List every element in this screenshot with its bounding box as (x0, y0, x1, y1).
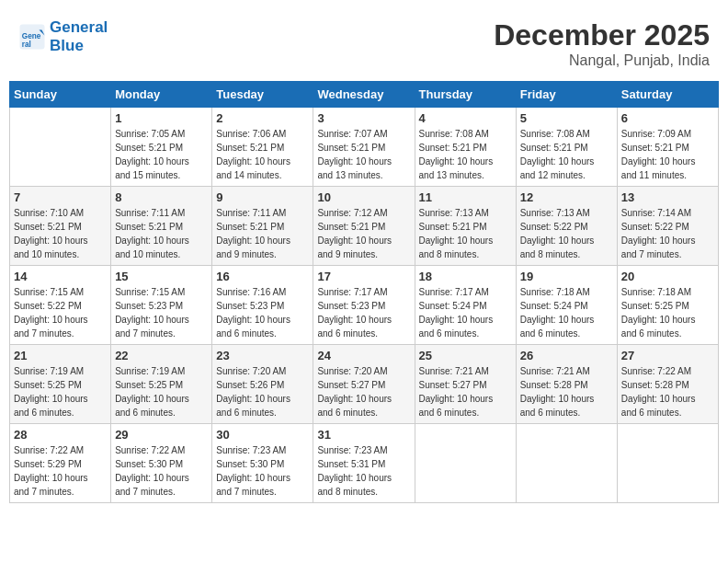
calendar-cell: 5Sunrise: 7:08 AMSunset: 5:21 PMDaylight… (516, 108, 617, 187)
day-info: Sunrise: 7:15 AMSunset: 5:23 PMDaylight:… (115, 285, 208, 340)
calendar-cell: 4Sunrise: 7:08 AMSunset: 5:21 PMDaylight… (415, 108, 516, 187)
page-header: Gene ral General Blue December 2025 Nang… (9, 9, 719, 74)
day-number: 12 (520, 190, 613, 204)
calendar-week-1: 7Sunrise: 7:10 AMSunset: 5:21 PMDaylight… (10, 187, 719, 266)
day-number: 14 (14, 270, 107, 283)
day-info: Sunrise: 7:05 AMSunset: 5:21 PMDaylight:… (115, 127, 208, 182)
calendar-body: 1Sunrise: 7:05 AMSunset: 5:21 PMDaylight… (10, 108, 719, 503)
calendar-week-0: 1Sunrise: 7:05 AMSunset: 5:21 PMDaylight… (10, 108, 719, 187)
day-number: 9 (216, 190, 309, 204)
day-info: Sunrise: 7:23 AMSunset: 5:30 PMDaylight:… (216, 443, 309, 499)
svg-text:Gene: Gene (22, 32, 41, 40)
calendar-cell: 25Sunrise: 7:21 AMSunset: 5:27 PMDayligh… (415, 345, 516, 424)
calendar-cell: 8Sunrise: 7:11 AMSunset: 5:21 PMDaylight… (111, 187, 212, 266)
calendar-table: SundayMondayTuesdayWednesdayThursdayFrid… (9, 81, 719, 503)
calendar-week-4: 28Sunrise: 7:22 AMSunset: 5:29 PMDayligh… (10, 424, 719, 503)
calendar-cell (516, 424, 617, 503)
weekday-header-friday: Friday (516, 82, 617, 108)
day-info: Sunrise: 7:11 AMSunset: 5:21 PMDaylight:… (216, 206, 309, 261)
weekday-header-monday: Monday (111, 82, 212, 108)
calendar-cell: 11Sunrise: 7:13 AMSunset: 5:21 PMDayligh… (415, 187, 516, 266)
day-number: 15 (115, 270, 208, 283)
day-number: 8 (115, 190, 208, 204)
day-number: 27 (621, 349, 714, 362)
calendar-cell (10, 108, 111, 187)
day-info: Sunrise: 7:20 AMSunset: 5:26 PMDaylight:… (216, 364, 309, 419)
day-number: 31 (317, 428, 410, 442)
day-number: 13 (621, 190, 714, 204)
calendar-week-3: 21Sunrise: 7:19 AMSunset: 5:25 PMDayligh… (10, 345, 719, 424)
day-number: 20 (621, 270, 714, 283)
calendar-cell: 3Sunrise: 7:07 AMSunset: 5:21 PMDaylight… (313, 108, 415, 187)
day-info: Sunrise: 7:13 AMSunset: 5:21 PMDaylight:… (419, 206, 512, 261)
calendar-cell: 2Sunrise: 7:06 AMSunset: 5:21 PMDaylight… (212, 108, 313, 187)
day-number: 4 (419, 111, 512, 125)
day-info: Sunrise: 7:17 AMSunset: 5:24 PMDaylight:… (419, 285, 512, 340)
day-info: Sunrise: 7:12 AMSunset: 5:21 PMDaylight:… (317, 206, 410, 261)
calendar-cell: 23Sunrise: 7:20 AMSunset: 5:26 PMDayligh… (212, 345, 313, 424)
day-info: Sunrise: 7:06 AMSunset: 5:21 PMDaylight:… (216, 127, 309, 182)
calendar-cell: 19Sunrise: 7:18 AMSunset: 5:24 PMDayligh… (516, 266, 617, 345)
calendar-cell: 17Sunrise: 7:17 AMSunset: 5:23 PMDayligh… (313, 266, 415, 345)
day-info: Sunrise: 7:21 AMSunset: 5:28 PMDaylight:… (520, 364, 613, 419)
calendar-cell: 20Sunrise: 7:18 AMSunset: 5:25 PMDayligh… (617, 266, 718, 345)
day-info: Sunrise: 7:16 AMSunset: 5:23 PMDaylight:… (216, 285, 309, 340)
calendar-cell: 9Sunrise: 7:11 AMSunset: 5:21 PMDaylight… (212, 187, 313, 266)
calendar-week-2: 14Sunrise: 7:15 AMSunset: 5:22 PMDayligh… (10, 266, 719, 345)
day-info: Sunrise: 7:23 AMSunset: 5:31 PMDaylight:… (317, 443, 410, 499)
weekday-header-wednesday: Wednesday (313, 82, 415, 108)
day-info: Sunrise: 7:19 AMSunset: 5:25 PMDaylight:… (14, 364, 107, 419)
day-info: Sunrise: 7:18 AMSunset: 5:25 PMDaylight:… (621, 285, 714, 340)
day-info: Sunrise: 7:22 AMSunset: 5:29 PMDaylight:… (14, 443, 107, 499)
day-info: Sunrise: 7:14 AMSunset: 5:22 PMDaylight:… (621, 206, 714, 261)
day-number: 2 (216, 111, 309, 125)
weekday-header-sunday: Sunday (10, 82, 111, 108)
calendar-cell: 24Sunrise: 7:20 AMSunset: 5:27 PMDayligh… (313, 345, 415, 424)
day-info: Sunrise: 7:11 AMSunset: 5:21 PMDaylight:… (115, 206, 208, 261)
day-number: 25 (419, 349, 512, 362)
day-number: 6 (621, 111, 714, 125)
day-number: 22 (115, 349, 208, 362)
logo-line1: General (50, 18, 108, 36)
day-info: Sunrise: 7:17 AMSunset: 5:23 PMDaylight:… (317, 285, 410, 340)
calendar-cell: 18Sunrise: 7:17 AMSunset: 5:24 PMDayligh… (415, 266, 516, 345)
calendar-header: SundayMondayTuesdayWednesdayThursdayFrid… (10, 82, 719, 108)
day-number: 28 (14, 428, 107, 442)
day-info: Sunrise: 7:21 AMSunset: 5:27 PMDaylight:… (419, 364, 512, 419)
day-number: 3 (317, 111, 410, 125)
day-info: Sunrise: 7:19 AMSunset: 5:25 PMDaylight:… (115, 364, 208, 419)
weekday-header-saturday: Saturday (617, 82, 718, 108)
day-number: 26 (520, 349, 613, 362)
calendar-cell: 1Sunrise: 7:05 AMSunset: 5:21 PMDaylight… (111, 108, 212, 187)
day-number: 23 (216, 349, 309, 362)
calendar-cell: 10Sunrise: 7:12 AMSunset: 5:21 PMDayligh… (313, 187, 415, 266)
weekday-header-tuesday: Tuesday (212, 82, 313, 108)
calendar-cell: 30Sunrise: 7:23 AMSunset: 5:30 PMDayligh… (212, 424, 313, 503)
day-info: Sunrise: 7:20 AMSunset: 5:27 PMDaylight:… (317, 364, 410, 419)
day-number: 1 (115, 111, 208, 125)
svg-text:ral: ral (22, 40, 31, 49)
calendar-cell: 13Sunrise: 7:14 AMSunset: 5:22 PMDayligh… (617, 187, 718, 266)
logo-icon: Gene ral (18, 23, 46, 51)
calendar-cell: 28Sunrise: 7:22 AMSunset: 5:29 PMDayligh… (10, 424, 111, 503)
day-info: Sunrise: 7:13 AMSunset: 5:22 PMDaylight:… (520, 206, 613, 261)
day-info: Sunrise: 7:07 AMSunset: 5:21 PMDaylight:… (317, 127, 410, 182)
calendar-cell: 22Sunrise: 7:19 AMSunset: 5:25 PMDayligh… (111, 345, 212, 424)
weekday-header-thursday: Thursday (415, 82, 516, 108)
calendar-cell: 6Sunrise: 7:09 AMSunset: 5:21 PMDaylight… (617, 108, 718, 187)
day-info: Sunrise: 7:08 AMSunset: 5:21 PMDaylight:… (419, 127, 512, 182)
calendar-cell (617, 424, 718, 503)
logo: Gene ral General Blue (18, 18, 108, 56)
day-info: Sunrise: 7:18 AMSunset: 5:24 PMDaylight:… (520, 285, 613, 340)
calendar-cell: 12Sunrise: 7:13 AMSunset: 5:22 PMDayligh… (516, 187, 617, 266)
calendar-cell: 26Sunrise: 7:21 AMSunset: 5:28 PMDayligh… (516, 345, 617, 424)
day-number: 29 (115, 428, 208, 442)
calendar-cell (415, 424, 516, 503)
day-number: 30 (216, 428, 309, 442)
calendar-cell: 27Sunrise: 7:22 AMSunset: 5:28 PMDayligh… (617, 345, 718, 424)
day-info: Sunrise: 7:08 AMSunset: 5:21 PMDaylight:… (520, 127, 613, 182)
calendar-cell: 21Sunrise: 7:19 AMSunset: 5:25 PMDayligh… (10, 345, 111, 424)
day-number: 17 (317, 270, 410, 283)
calendar-cell: 16Sunrise: 7:16 AMSunset: 5:23 PMDayligh… (212, 266, 313, 345)
day-number: 24 (317, 349, 410, 362)
